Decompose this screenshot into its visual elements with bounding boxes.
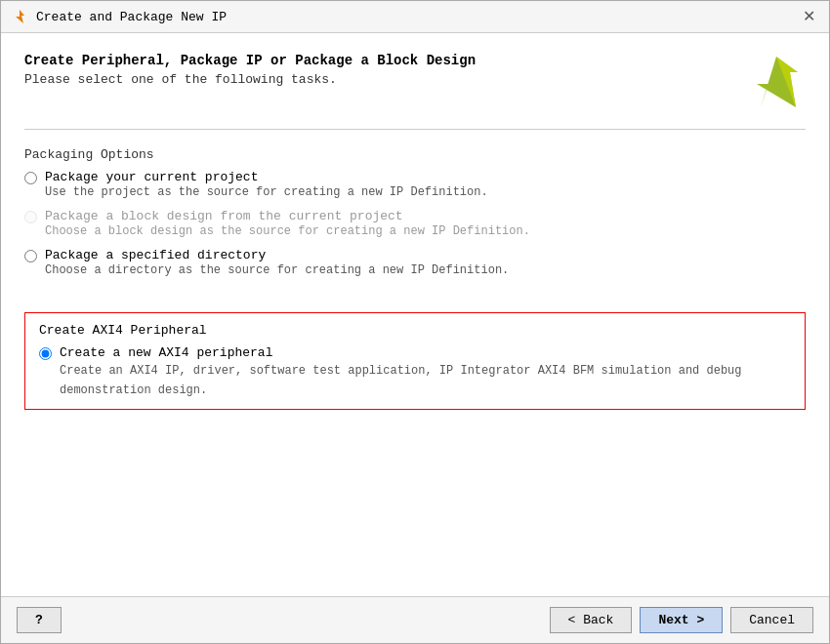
axi4-section: Create AXI4 Peripheral Create a new AXI4… [24,312,806,410]
packaging-option-2-title: Package a block design from the current … [45,209,530,223]
window-title: Create and Package New IP [36,10,227,24]
help-button[interactable]: ? [17,607,62,633]
axi4-option-desc-line2: demonstration design. [60,382,742,399]
title-bar: Create and Package New IP ✕ [1,1,829,33]
packaging-option-2-radio [24,211,37,223]
main-heading: Create Peripheral, Package IP or Package… [24,53,476,68]
dialog-content: Create Peripheral, Package IP or Package… [1,33,829,596]
packaging-option-2-text: Package a block design from the current … [45,209,530,238]
packaging-options-section: Packaging Options Package your current p… [24,147,806,287]
packaging-option-1-title[interactable]: Package your current project [45,170,488,184]
footer-left: ? [17,607,62,633]
back-button[interactable]: < Back [550,607,633,633]
packaging-option-3-text: Package a specified directory Choose a d… [45,248,509,277]
axi4-option-text: Create a new AXI4 peripheral Create an A… [60,345,742,399]
divider-1 [24,129,806,130]
close-button[interactable]: ✕ [799,7,819,26]
packaging-option-3-title[interactable]: Package a specified directory [45,248,509,262]
packaging-option-2-desc: Choose a block design as the source for … [45,224,530,238]
axi4-option-radio[interactable] [39,347,52,360]
packaging-option-2: Package a block design from the current … [24,209,806,238]
title-bar-left: Create and Package New IP [11,8,227,25]
header-section: Create Peripheral, Package IP or Package… [24,53,476,87]
next-button[interactable]: Next > [640,607,723,633]
vivado-logo [747,53,806,111]
axi4-option-desc-line1: Create an AXI4 IP, driver, software test… [60,362,742,380]
main-dialog: Create and Package New IP ✕ Create Perip… [0,0,830,644]
footer: ? < Back Next > Cancel [1,596,829,643]
packaging-options-label: Packaging Options [24,147,806,162]
packaging-option-1-desc: Use the project as the source for creati… [45,185,488,199]
app-icon [11,8,28,25]
packaging-option-1-radio[interactable] [24,172,37,184]
packaging-option-1: Package your current project Use the pro… [24,170,806,199]
header-row: Create Peripheral, Package IP or Package… [24,53,806,111]
axi4-option-title[interactable]: Create a new AXI4 peripheral [60,345,742,360]
svg-marker-1 [757,57,798,107]
packaging-option-3-desc: Choose a directory as the source for cre… [45,263,509,277]
packaging-option-3-radio[interactable] [24,250,37,262]
svg-marker-0 [16,10,24,23]
sub-heading: Please select one of the following tasks… [24,72,476,87]
axi4-option: Create a new AXI4 peripheral Create an A… [39,345,791,399]
packaging-option-1-text: Package your current project Use the pro… [45,170,488,199]
axi4-section-label: Create AXI4 Peripheral [39,323,791,338]
footer-right: < Back Next > Cancel [550,607,813,633]
packaging-option-3: Package a specified directory Choose a d… [24,248,806,277]
cancel-button[interactable]: Cancel [730,607,813,633]
